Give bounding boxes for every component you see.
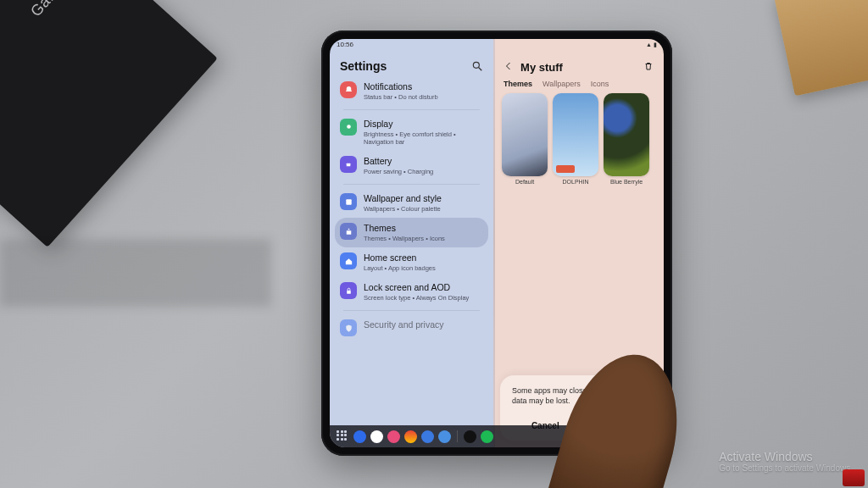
dock-messages-icon[interactable] — [421, 430, 434, 443]
settings-item-notifications[interactable]: Notifications Status bar • Do not distur… — [335, 76, 488, 106]
dock-recent-2-icon[interactable] — [481, 430, 493, 443]
theme-grid: Default DOLPHIN Blue Berryie — [493, 93, 664, 185]
dock-samsung-icon[interactable] — [438, 430, 451, 443]
svg-rect-4 — [346, 199, 351, 204]
svg-rect-5 — [347, 291, 351, 294]
status-icons: ▲▮ — [644, 41, 657, 54]
theme-label: Default — [515, 179, 534, 185]
dock-chrome-icon[interactable] — [404, 430, 417, 443]
settings-item-sub: Layout • App icon badges — [364, 264, 436, 272]
channel-logo — [843, 469, 865, 486]
palette-icon — [340, 193, 357, 210]
svg-rect-3 — [346, 163, 350, 166]
dock-camera-icon[interactable] — [370, 430, 383, 443]
shield-icon — [340, 319, 357, 336]
svg-point-0 — [473, 62, 479, 68]
nav-back[interactable]: ＜ — [643, 430, 652, 443]
status-bar: 10:56 — [330, 39, 493, 54]
tab-themes[interactable]: Themes — [504, 80, 532, 88]
theme-blueberry[interactable]: Blue Berryie — [604, 93, 649, 185]
settings-pane: 10:56 Settings Notifications Status bar … — [330, 39, 493, 447]
settings-item-sub: Power saving • Charging — [364, 168, 433, 175]
settings-item-title: Battery — [364, 156, 433, 167]
tab-icons[interactable]: Icons — [591, 80, 609, 88]
settings-item-display[interactable]: Display Brightness • Eye comfort shield … — [335, 114, 488, 151]
status-bar-right: ▲▮ — [493, 39, 664, 54]
settings-item-security[interactable]: Security and privacy — [335, 314, 488, 341]
theme-dolphin[interactable]: DOLPHIN — [553, 93, 598, 185]
dock-gallery-icon[interactable] — [387, 430, 400, 443]
display-icon — [340, 119, 357, 136]
nav-bar: ||| ◯ ＜ — [587, 430, 657, 443]
svg-point-2 — [347, 125, 351, 130]
taskbar: ||| ◯ ＜ — [330, 425, 664, 447]
app-drawer-icon[interactable] — [337, 430, 349, 443]
theme-thumbnail — [553, 93, 598, 176]
mystuff-header: My stuff — [493, 54, 664, 80]
dock-recent-1-icon[interactable] — [464, 430, 476, 443]
watermark-sub: Go to Settings to activate Windows. — [719, 463, 853, 473]
fold-crease — [493, 39, 495, 447]
divider — [343, 109, 480, 110]
settings-item-title: Wallpaper and style — [364, 193, 442, 204]
bell-icon — [340, 81, 357, 98]
settings-item-lockscreen[interactable]: Lock screen and AOD Screen lock type • A… — [335, 277, 488, 307]
dock-divider — [457, 430, 458, 442]
settings-item-sub: Wallpapers • Colour palette — [364, 205, 442, 213]
divider — [343, 310, 480, 311]
settings-item-title: Lock screen and AOD — [364, 282, 469, 293]
settings-header: Settings — [330, 54, 493, 76]
settings-item-title: Themes — [364, 223, 445, 234]
svg-line-1 — [479, 68, 482, 71]
mystuff-title: My stuff — [520, 61, 637, 74]
tab-wallpapers[interactable]: Wallpapers — [542, 80, 581, 88]
settings-item-sub: Status bar • Do not disturb — [364, 93, 438, 101]
mystuff-pane: ▲▮ My stuff Themes Wallpapers Icons — [493, 39, 664, 447]
settings-item-wallpaper[interactable]: Wallpaper and style Wallpapers • Colour … — [335, 188, 488, 218]
battery-icon — [340, 156, 357, 173]
dialog-message: Some apps may close and unsaved data may… — [512, 385, 645, 406]
lock-icon — [340, 282, 357, 299]
nav-recents[interactable]: ||| — [587, 431, 595, 441]
settings-item-sub: Themes • Wallpapers • Icons — [364, 235, 445, 242]
back-icon[interactable] — [504, 59, 514, 75]
settings-item-title: Notifications — [364, 81, 438, 92]
theme-icon — [340, 223, 357, 240]
settings-item-sub: Brightness • Eye comfort shield • Naviga… — [364, 130, 483, 147]
settings-item-battery[interactable]: Battery Power saving • Charging — [335, 151, 488, 180]
theme-thumbnail — [502, 93, 548, 176]
search-icon[interactable] — [471, 60, 483, 72]
screen: 10:56 Settings Notifications Status bar … — [330, 39, 664, 447]
theme-label: Blue Berryie — [610, 179, 643, 185]
theme-thumbnail — [604, 93, 649, 176]
device-frame: 10:56 Settings Notifications Status bar … — [321, 30, 672, 456]
dock — [337, 430, 493, 443]
windows-watermark: Activate Windows Go to Settings to activ… — [719, 450, 853, 473]
settings-item-title: Display — [364, 119, 483, 130]
mystuff-tabs: Themes Wallpapers Icons — [493, 80, 664, 93]
dock-phone-icon[interactable] — [353, 430, 366, 443]
home-icon — [340, 252, 357, 269]
settings-item-title: Home screen — [364, 252, 436, 263]
settings-item-sub: Screen lock type • Always On Display — [364, 294, 469, 302]
settings-item-title: Security and privacy — [364, 319, 444, 330]
trash-icon[interactable] — [643, 59, 654, 75]
wooden-prop — [774, 0, 868, 96]
nav-home[interactable]: ◯ — [614, 431, 624, 442]
theme-default[interactable]: Default — [502, 93, 548, 185]
settings-item-themes[interactable]: Themes Themes • Wallpapers • Icons — [335, 218, 488, 247]
settings-item-homescreen[interactable]: Home screen Layout • App icon badges — [335, 247, 488, 277]
status-time: 10:56 — [337, 41, 353, 54]
settings-list: Notifications Status bar • Do not distur… — [330, 76, 493, 447]
theme-label: DOLPHIN — [562, 179, 588, 185]
table-shadow — [0, 239, 271, 307]
product-box — [0, 0, 218, 247]
divider — [343, 184, 480, 185]
watermark-title: Activate Windows — [719, 450, 853, 463]
settings-title: Settings — [340, 59, 387, 73]
